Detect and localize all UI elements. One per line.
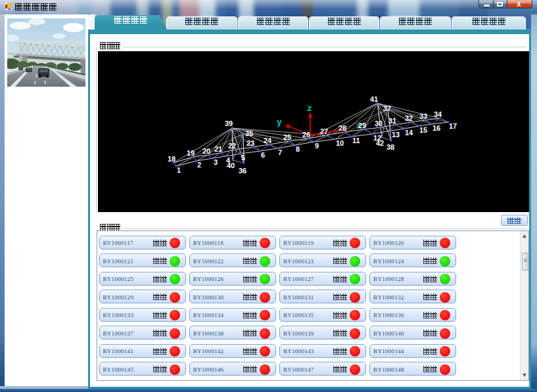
- svg-text:13: 13: [392, 131, 400, 139]
- svg-text:1: 1: [177, 166, 181, 174]
- svg-text:42: 42: [376, 139, 384, 147]
- svg-text:39: 39: [225, 120, 233, 127]
- svg-text:41: 41: [370, 95, 378, 103]
- svg-text:16: 16: [432, 124, 440, 132]
- svg-text:35: 35: [245, 129, 253, 137]
- svg-text:7: 7: [278, 148, 282, 156]
- svg-text:10: 10: [336, 139, 344, 147]
- svg-text:38: 38: [386, 143, 394, 151]
- svg-text:6: 6: [261, 151, 265, 159]
- svg-text:25: 25: [283, 133, 291, 141]
- svg-text:26: 26: [302, 131, 310, 139]
- svg-text:11: 11: [352, 137, 360, 144]
- svg-text:9: 9: [315, 142, 319, 150]
- svg-text:18: 18: [168, 155, 175, 163]
- svg-text:22: 22: [228, 142, 236, 150]
- svg-text:y: y: [277, 118, 282, 127]
- svg-text:8: 8: [296, 145, 300, 153]
- svg-text:19: 19: [187, 149, 195, 157]
- svg-text:24: 24: [264, 137, 272, 144]
- svg-text:29: 29: [358, 121, 366, 129]
- svg-text:28: 28: [339, 124, 346, 132]
- svg-text:2: 2: [197, 161, 201, 169]
- svg-text:20: 20: [202, 147, 210, 155]
- svg-text:40: 40: [227, 162, 235, 169]
- svg-text:z: z: [307, 104, 312, 114]
- svg-text:27: 27: [320, 127, 328, 135]
- svg-text:36: 36: [239, 167, 246, 175]
- svg-text:5: 5: [241, 154, 245, 162]
- svg-text:21: 21: [214, 145, 222, 153]
- svg-text:14: 14: [405, 129, 413, 137]
- svg-text:33: 33: [419, 112, 427, 120]
- svg-text:30: 30: [375, 120, 383, 127]
- svg-text:31: 31: [388, 117, 396, 125]
- svg-text:3: 3: [214, 158, 218, 166]
- svg-text:37: 37: [383, 104, 391, 112]
- svg-text:15: 15: [419, 126, 427, 134]
- svg-text:32: 32: [405, 114, 413, 122]
- svg-text:34: 34: [434, 110, 442, 118]
- svg-text:17: 17: [449, 122, 457, 130]
- svg-text:23: 23: [246, 139, 254, 147]
